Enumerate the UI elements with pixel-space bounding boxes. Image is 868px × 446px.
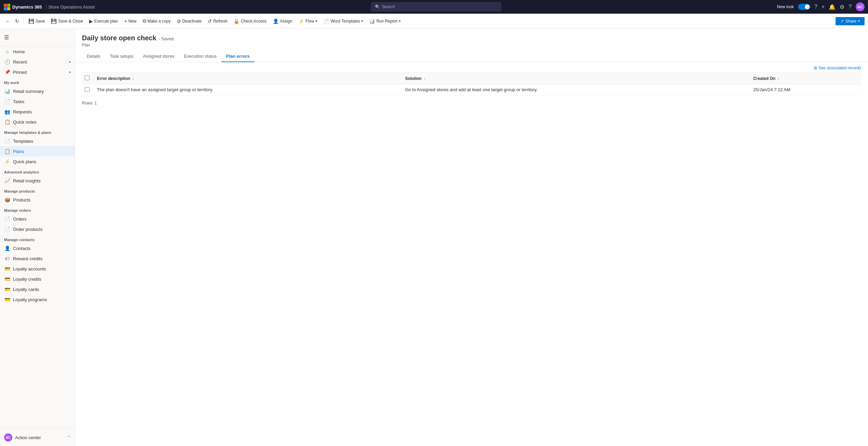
search-bar[interactable]: 🔍 Search — [371, 2, 501, 11]
word-templates-chevron: ▾ — [361, 19, 363, 23]
share-button[interactable]: ↗ Share ▾ — [836, 17, 865, 25]
share-icon: ↗ — [840, 19, 844, 24]
sidebar-item-home[interactable]: ⌂ Home — [0, 46, 75, 57]
sidebar-item-pinned[interactable]: 📌 Pinned ▾ — [0, 67, 75, 77]
hamburger-button[interactable]: ☰ — [0, 31, 75, 43]
action-center-label: Action center — [15, 435, 41, 440]
sidebar-item-loyalty-cards[interactable]: 💳 Loyalty cards — [0, 284, 75, 294]
topbar: Dynamics 365 Store Operations Assist 🔍 S… — [0, 0, 868, 14]
run-report-button[interactable]: 📊 Run Report ▾ — [366, 17, 403, 25]
page-saved-indicator: - Saved — [158, 36, 174, 41]
copy-icon: ⧉ — [143, 18, 146, 24]
header-solution[interactable]: Solution ↓ — [401, 73, 749, 84]
select-all-checkbox[interactable] — [85, 75, 89, 80]
tabs: Details Task setups Assigned stores Exec… — [75, 47, 868, 62]
word-templates-icon: 📄 — [323, 18, 329, 24]
tab-execution-status[interactable]: Execution status — [179, 51, 221, 62]
sidebar-item-requests[interactable]: 👥 Requests — [0, 107, 75, 117]
table-body: The plan doesn't have an assigned target… — [82, 84, 861, 96]
header-error-description[interactable]: Error description ↓ — [93, 73, 401, 84]
save-close-icon: 💾 — [51, 18, 57, 24]
pinned-icon: 📌 — [4, 69, 10, 75]
plans-icon: 📋 — [4, 149, 10, 154]
sidebar-item-quick-plans[interactable]: ⚡ Quick plans — [0, 156, 75, 167]
question-icon[interactable]: ? — [849, 4, 852, 10]
new-look-toggle[interactable] — [798, 4, 810, 10]
recent-icon: 🕐 — [4, 59, 10, 65]
sidebar-item-contacts[interactable]: 👤 Contacts — [0, 243, 75, 253]
new-icon: + — [124, 18, 127, 24]
manage-contacts-section-label: Manage contacts — [0, 234, 75, 243]
sidebar-item-tasks[interactable]: 📄 Tasks — [0, 96, 75, 107]
sidebar-item-templates[interactable]: 📄 Templates — [0, 136, 75, 146]
app-logo[interactable]: Dynamics 365 — [3, 3, 42, 10]
save-button[interactable]: 💾 Save — [26, 17, 47, 25]
see-associated-button[interactable]: ⊞ See associated records — [814, 66, 861, 70]
svg-rect-1 — [7, 4, 10, 7]
content-area: Daily store open check - Saved Plan Deta… — [75, 29, 868, 446]
share-chevron: ▾ — [858, 19, 860, 23]
run-report-chevron: ▾ — [399, 19, 401, 23]
retail-insights-icon: 📈 — [4, 178, 10, 183]
loyalty-accounts-icon: 💳 — [4, 266, 10, 271]
see-associated-icon: ⊞ — [814, 66, 817, 70]
cell-error-description: The plan doesn't have an assigned target… — [93, 84, 401, 96]
sidebar-item-retail-summary[interactable]: 📊 Retail summary — [0, 86, 75, 96]
page-title-row: Daily store open check - Saved — [82, 34, 861, 42]
sidebar-item-recent[interactable]: 🕐 Recent ▾ — [0, 57, 75, 67]
tab-assigned-stores[interactable]: Assigned stores — [138, 51, 179, 62]
table-header-row: Error description ↓ Solution ↓ Created O… — [82, 73, 861, 84]
cell-created-on: 25/Jan/24 7:12 AM — [749, 84, 861, 96]
sidebar-item-loyalty-accounts[interactable]: 💳 Loyalty accounts — [0, 264, 75, 274]
sidebar-item-order-products[interactable]: 📄 Order products — [0, 224, 75, 234]
deactivate-button[interactable]: ⊘ Deactivate — [174, 17, 205, 25]
recent-chevron: ▾ — [69, 60, 71, 64]
manage-templates-section-label: Manage templates & plans — [0, 127, 75, 136]
tab-plan-errors[interactable]: Plan errors — [221, 51, 254, 62]
new-button[interactable]: + New — [121, 17, 139, 25]
manage-products-section-label: Manage products — [0, 186, 75, 195]
execute-plan-button[interactable]: ▶ Execute plan — [86, 17, 121, 25]
search-icon: 🔍 — [375, 4, 380, 9]
table-row: The plan doesn't have an assigned target… — [82, 84, 861, 96]
help-icon[interactable]: ? — [814, 4, 817, 10]
sidebar-item-reward-credits[interactable]: 🏷 Reward credits — [0, 253, 75, 264]
save-icon: 💾 — [28, 18, 34, 24]
notifications-icon[interactable]: 🔔 — [829, 4, 836, 10]
back-button[interactable]: ← — [3, 17, 12, 25]
row-checkbox[interactable] — [85, 87, 89, 92]
orders-icon: 📄 — [4, 216, 10, 222]
tab-details[interactable]: Details — [82, 51, 105, 62]
settings-icon[interactable]: ⚙ — [840, 4, 844, 10]
save-close-button[interactable]: 💾 Save & Close — [48, 17, 86, 25]
sidebar-item-retail-insights[interactable]: 📈 Retail insights — [0, 176, 75, 186]
sidebar-item-loyalty-credits[interactable]: 💳 Loyalty credits — [0, 274, 75, 284]
refresh-button[interactable]: ↺ Refresh — [205, 17, 230, 25]
error-description-sort: ↓ — [132, 77, 134, 81]
page-title: Daily store open check — [82, 34, 156, 42]
sidebar-item-products[interactable]: 📦 Products — [0, 195, 75, 205]
sidebar-item-quick-notes[interactable]: 📋 Quick notes — [0, 117, 75, 127]
svg-rect-2 — [4, 7, 7, 10]
header-created-on[interactable]: Created On ↓ — [749, 73, 861, 84]
search-placeholder: Search — [382, 4, 395, 9]
sidebar-bottom: AC Action center ⌃ — [0, 429, 75, 446]
flow-button[interactable]: ⚡ Flow ▾ — [296, 17, 320, 25]
tab-task-setups[interactable]: Task setups — [105, 51, 138, 62]
user-avatar[interactable]: AC — [856, 2, 865, 11]
make-copy-button[interactable]: ⧉ Make a copy — [140, 17, 173, 25]
sidebar-item-orders[interactable]: 📄 Orders — [0, 214, 75, 224]
word-templates-button[interactable]: 📄 Word Templates ▾ — [321, 17, 366, 25]
reward-credits-icon: 🏷 — [4, 256, 10, 261]
sidebar-item-plans[interactable]: 📋 Plans — [0, 146, 75, 156]
sidebar-item-loyalty-programs[interactable]: 💳 Loyalty programs — [0, 294, 75, 305]
templates-icon: 📄 — [4, 138, 10, 144]
assign-button[interactable]: 👤 Assign — [270, 17, 295, 25]
forward-button[interactable]: ↻ — [13, 17, 21, 25]
action-center-chevron: ⌃ — [67, 435, 71, 440]
add-icon[interactable]: + — [822, 4, 825, 10]
action-center-button[interactable]: AC Action center ⌃ — [0, 431, 75, 444]
check-access-button[interactable]: 🔒 Check Access — [231, 17, 269, 25]
requests-icon: 👥 — [4, 109, 10, 114]
table-area: ⊞ See associated records Error descripti… — [75, 62, 868, 446]
